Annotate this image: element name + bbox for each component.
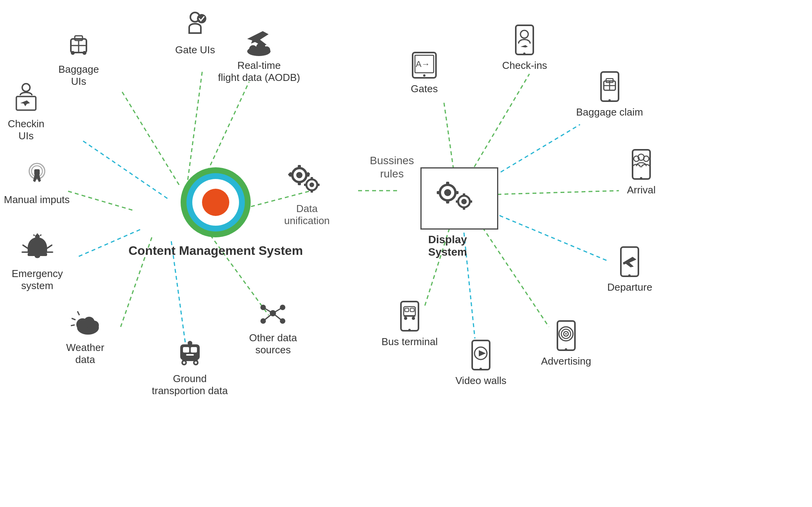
node-data-unification: Dataunification [284, 163, 330, 227]
svg-rect-91 [437, 191, 441, 194]
baggage-uis-icon [65, 31, 92, 60]
advertising-icon [552, 319, 581, 352]
svg-point-127 [480, 368, 482, 370]
svg-point-27 [83, 51, 86, 55]
arrival-icon [627, 148, 656, 181]
svg-line-35 [47, 245, 52, 248]
svg-rect-83 [311, 189, 313, 193]
svg-point-55 [183, 361, 185, 364]
weather-icon [68, 307, 103, 339]
svg-point-93 [461, 199, 467, 204]
baggage-claim-label: Baggage claim [576, 106, 643, 118]
gates-icon: A→ [409, 51, 440, 80]
svg-rect-97 [456, 200, 459, 203]
svg-rect-132 [404, 315, 415, 317]
node-realtime-flight: Real-timeflight data (AODB) [218, 23, 300, 84]
svg-point-58 [188, 341, 192, 346]
svg-line-42 [77, 311, 79, 315]
manual-inputs-label: Manual imputs [4, 194, 70, 206]
hub-label: Content Management System [128, 243, 303, 258]
svg-point-135 [408, 329, 411, 331]
weather-label: Weatherdata [66, 342, 104, 366]
node-video-walls: Video walls [455, 339, 506, 387]
node-bus-terminal: Bus terminal [381, 300, 438, 348]
svg-point-117 [628, 274, 631, 277]
svg-point-56 [195, 361, 197, 364]
svg-rect-75 [298, 181, 301, 185]
data-unification-label: Dataunification [284, 203, 330, 227]
check-ins-label: Check-ins [502, 60, 547, 72]
video-walls-label: Video walls [455, 375, 506, 387]
svg-line-13 [467, 74, 529, 179]
svg-line-33 [23, 245, 28, 248]
gates-label: Gates [411, 83, 438, 95]
check-ins-icon [510, 23, 539, 56]
node-weather: Weatherdata [66, 307, 104, 366]
node-advertising: Advertising [541, 319, 591, 367]
gate-uis-label: Gate UIs [175, 44, 215, 56]
baggage-claim-icon [595, 70, 624, 103]
svg-rect-74 [298, 165, 301, 169]
svg-rect-82 [311, 177, 313, 180]
arrival-label: Arrival [627, 184, 656, 196]
svg-line-44 [71, 325, 75, 326]
svg-rect-96 [469, 200, 472, 203]
svg-line-66 [263, 313, 273, 321]
svg-point-115 [640, 177, 642, 179]
bus-terminal-label: Bus terminal [381, 336, 438, 348]
svg-rect-85 [304, 184, 307, 186]
realtime-flight-icon [241, 23, 276, 56]
center-hub: Content Management System [128, 167, 303, 258]
svg-rect-49 [180, 344, 200, 360]
svg-line-43 [72, 318, 76, 320]
svg-rect-57 [186, 354, 194, 356]
svg-point-48 [90, 321, 99, 330]
svg-point-28 [22, 84, 30, 91]
svg-line-3 [66, 191, 132, 210]
svg-marker-126 [479, 350, 486, 356]
svg-point-100 [423, 74, 425, 77]
svg-line-16 [487, 210, 607, 261]
checkin-uis-icon [11, 82, 42, 115]
svg-point-73 [296, 172, 302, 178]
svg-rect-32 [34, 169, 40, 175]
node-emergency: Emergencysystem [12, 233, 63, 292]
node-manual-inputs: Manual imputs [4, 160, 70, 206]
svg-point-123 [565, 348, 567, 351]
svg-point-71 [263, 46, 270, 53]
business-rules-label: Bussinesrules [370, 154, 414, 180]
bus-terminal-icon [395, 300, 424, 333]
svg-rect-90 [455, 191, 459, 194]
node-gates: A→ Gates [409, 51, 440, 95]
node-checkin-uis: CheckinUIs [8, 82, 44, 142]
svg-line-41 [33, 235, 35, 236]
svg-point-81 [309, 182, 314, 187]
svg-point-134 [412, 317, 415, 320]
svg-line-40 [40, 235, 41, 236]
checkin-uis-label: CheckinUIs [8, 118, 44, 142]
display-system-label: DisplaySystem [428, 233, 467, 258]
video-walls-icon [466, 339, 496, 372]
svg-point-69 [249, 45, 257, 53]
svg-line-17 [479, 222, 549, 327]
svg-rect-51 [191, 347, 197, 353]
departure-label: Departure [607, 281, 652, 293]
node-business-rules-label: Bussinesrules [370, 152, 414, 180]
svg-rect-88 [446, 182, 449, 186]
svg-rect-50 [183, 347, 189, 353]
svg-line-65 [273, 307, 283, 313]
svg-rect-130 [405, 308, 409, 312]
display-system-box [420, 167, 498, 230]
svg-point-87 [444, 189, 451, 196]
ground-transport-label: Groundtransportion data [152, 373, 228, 397]
emergency-label: Emergencysystem [12, 268, 63, 292]
realtime-flight-label: Real-timeflight data (AODB) [218, 60, 300, 84]
hub-rings [181, 167, 251, 237]
svg-line-64 [263, 307, 273, 313]
emergency-icon [20, 233, 55, 265]
baggage-uis-label: BaggageUIs [58, 63, 99, 88]
other-data-label: Other datasources [249, 332, 297, 356]
svg-rect-84 [316, 184, 320, 186]
svg-point-26 [71, 51, 75, 55]
svg-rect-37 [28, 253, 47, 256]
